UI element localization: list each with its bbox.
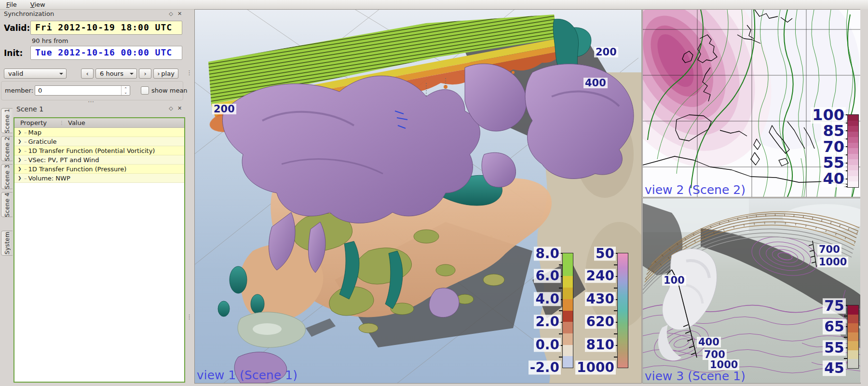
tree-row-map[interactable]: ❯– Map (14, 128, 184, 137)
member-label: member: (5, 87, 33, 94)
float-icon[interactable]: ◇ (167, 10, 175, 17)
dock-resize-handle[interactable]: ⋯ (88, 99, 94, 104)
view3-3d-trajectories[interactable]: 100 400 700 1000 700 1000 75 65 55 45 vi… (642, 198, 861, 384)
sync-panel-title: Synchronization (4, 10, 54, 17)
tree-row-tf-pv[interactable]: ❯– 1D Transfer Function (Potential Vorti… (14, 146, 184, 155)
offset-note: 90 hrs from (32, 37, 68, 44)
scene-panel-title: Scene 1 (16, 105, 43, 113)
splitter-handle[interactable]: ⋮ (186, 315, 192, 319)
expand-icon[interactable]: ❯ (18, 157, 24, 162)
column-separator-icon: ⋮ (59, 120, 64, 125)
chevron-down-icon (130, 73, 134, 77)
menu-bar: File View (0, 0, 868, 10)
close-icon[interactable]: ✕ (176, 105, 183, 112)
spinner-arrows-icon[interactable]: ⌃⌄ (121, 86, 130, 95)
expand-icon[interactable]: ❯ (18, 130, 24, 135)
colorbar-pressure: 50 240 430 620 810 1000 (617, 253, 628, 368)
tree-row-volume[interactable]: ❯– Volume: NWP (14, 174, 184, 183)
expand-icon[interactable]: ❯ (18, 176, 24, 180)
colorbar-potential-vorticity: 8.0 6.0 4.0 2.0 0.0 -2.0 (562, 253, 573, 368)
view2-label: view 2 (Scene 2) (645, 184, 746, 196)
menu-file[interactable]: File (5, 1, 18, 8)
tree-row-tf-pressure[interactable]: ❯– 1D Transfer Function (Pressure) (14, 165, 184, 174)
met3d-window: File View Synchronization ◇ ✕ Valid: Fri… (0, 0, 868, 386)
time-step-select[interactable]: 6 hours (95, 69, 137, 79)
view3-label: view 3 (Scene 1) (645, 370, 746, 382)
time-property-select[interactable]: valid (4, 69, 67, 79)
tab-system[interactable]: System (1, 231, 13, 256)
play-button[interactable]: › play (153, 69, 178, 79)
view1-label: view 1 (Scene 1) (197, 369, 298, 381)
tab-scene-1[interactable]: Scene 1 (1, 108, 13, 133)
value-column-header[interactable]: Value (68, 119, 85, 126)
splitter-handle[interactable]: ⋮ (186, 70, 192, 75)
pressure-label-200-right: 200 (594, 47, 618, 57)
axis-label-100: 100 (662, 275, 686, 286)
tree-row-vsec[interactable]: ❯– VSec: PV, PT and Wind (14, 155, 184, 165)
right-frame-strip (860, 9, 868, 383)
step-forward-button[interactable]: › (139, 69, 151, 79)
init-time-field[interactable]: Tue 2012-10-16 00:00 UTC (30, 46, 182, 60)
axis-label-700: 700 (703, 349, 727, 360)
pressure-label-200-left: 200 (212, 104, 236, 114)
scene-property-tree: Property ⋮ Value ❯– Map ❯– Graticule ❯– … (14, 117, 185, 383)
axis-right-label-700: 700 (817, 244, 841, 255)
expand-icon[interactable]: ❯ (18, 148, 24, 153)
tree-header[interactable]: Property ⋮ Value (14, 118, 184, 128)
view2-2d-map[interactable]: 100 85 70 55 40 view 2 (Scene 2) (642, 9, 861, 197)
init-label: Init: (4, 48, 23, 58)
axis-label-400: 400 (697, 337, 721, 347)
expand-icon[interactable]: ❯ (18, 139, 24, 144)
member-spinbox[interactable]: 0 ⌃⌄ (35, 85, 130, 96)
valid-time-field[interactable]: Fri 2012-10-19 18:00 UTC (30, 21, 182, 35)
play-icon: › (157, 70, 160, 77)
menu-view[interactable]: View (29, 1, 47, 8)
step-back-button[interactable]: ‹ (81, 69, 94, 79)
tab-scene-4[interactable]: Scene 4 (1, 192, 13, 217)
show-mean-label: show mean (151, 87, 188, 94)
expand-icon[interactable]: ❯ (18, 166, 24, 171)
axis-label-1000: 1000 (708, 359, 739, 370)
close-icon[interactable]: ✕ (176, 10, 183, 17)
tree-row-graticule[interactable]: ❯– Graticule (14, 137, 184, 146)
tab-scene-3[interactable]: Scene 3 (1, 164, 13, 189)
axis-right-label-1000: 1000 (817, 257, 848, 267)
view3-colorbar: 75 65 55 45 (847, 305, 859, 369)
chevron-right-icon: › (144, 70, 146, 77)
view1-scene-graphic (195, 10, 641, 383)
pressure-label-400-right: 400 (583, 78, 608, 88)
view1-3d-scene[interactable]: 200 200 400 8.0 6.0 4.0 2.0 0.0 -2.0 50 … (194, 9, 642, 384)
valid-label: Valid: (4, 23, 30, 33)
tab-scene-2[interactable]: Scene 2 (1, 136, 13, 161)
view2-colorbar: 100 85 70 55 40 (847, 114, 859, 188)
float-icon[interactable]: ◇ (167, 105, 175, 112)
chevron-left-icon: ‹ (86, 70, 88, 77)
chevron-down-icon (59, 73, 63, 77)
property-column-header[interactable]: Property (20, 119, 47, 126)
show-mean-checkbox[interactable] (141, 86, 149, 95)
